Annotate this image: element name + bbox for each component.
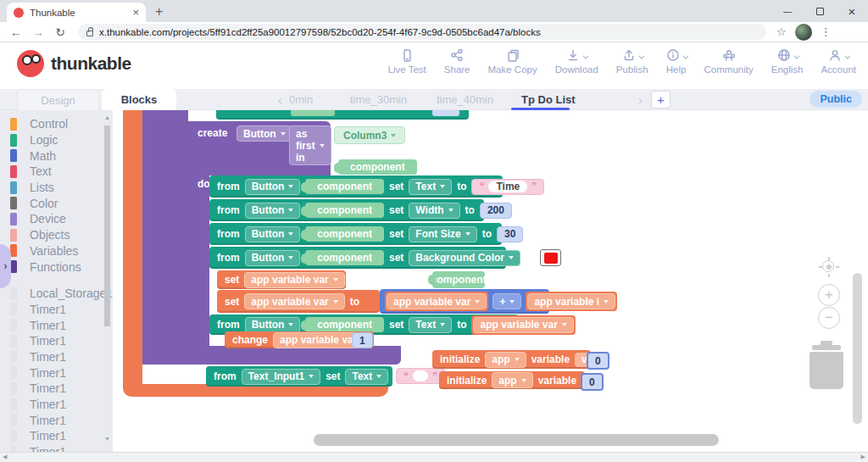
header-menu-item[interactable]: Help xyxy=(666,47,687,75)
component-dropdown[interactable]: Button xyxy=(245,203,301,219)
property-dropdown[interactable]: Width xyxy=(409,203,459,219)
reload-button[interactable]: ↻ xyxy=(49,25,71,39)
recenter-button[interactable] xyxy=(819,257,839,277)
block-loop-bottom[interactable] xyxy=(142,346,401,365)
sidebar-scrollbar[interactable]: ▲ ▼ xyxy=(103,110,112,452)
minimize-button[interactable]: — xyxy=(771,0,804,22)
sidebar-item[interactable]: Lists xyxy=(0,180,113,196)
screen-tab-time40[interactable]: time_40min xyxy=(437,89,493,110)
number-block[interactable]: 0 xyxy=(587,352,609,370)
block-create-do-edge[interactable] xyxy=(188,174,209,348)
block-init-var[interactable]: initialize app variable var to xyxy=(432,350,591,369)
sidebar-item[interactable]: Timer1 xyxy=(0,412,113,428)
property-dropdown[interactable]: Text xyxy=(345,369,388,385)
zoom-out-button[interactable]: − xyxy=(818,307,840,329)
scroll-up-icon[interactable]: ▲ xyxy=(103,114,112,120)
block-loop-left-edge[interactable] xyxy=(142,110,188,365)
screen-tab-0min[interactable]: 0min xyxy=(289,89,313,110)
block-set-variable-sum[interactable]: set app variable var to xyxy=(217,290,380,313)
component-socket-block[interactable]: component xyxy=(305,250,384,265)
sidebar-item[interactable]: Timer1 xyxy=(0,349,113,365)
block-set-variable[interactable]: set app variable var to xyxy=(217,270,346,289)
public-badge[interactable]: Public xyxy=(810,91,862,108)
new-tab-button[interactable]: + xyxy=(155,4,163,19)
variable-getter-block[interactable]: app variable i xyxy=(526,292,617,311)
component-socket-block[interactable]: component xyxy=(305,226,384,242)
create-mode-dropdown[interactable]: as first in xyxy=(289,125,331,165)
property-dropdown[interactable]: Font Size xyxy=(409,226,476,242)
property-dropdown[interactable]: Text xyxy=(409,179,452,195)
sidebar-item[interactable]: Logic xyxy=(0,132,113,148)
browser-menu-icon[interactable]: ⋮ xyxy=(821,25,832,38)
scroll-left-icon[interactable]: ◀ xyxy=(3,454,7,460)
add-screen-button[interactable]: + xyxy=(651,91,670,109)
screen-tab-time30[interactable]: time_30min xyxy=(350,89,407,110)
component-dropdown[interactable]: Text_Input1 xyxy=(242,369,320,385)
string-value[interactable] xyxy=(413,370,428,381)
create-type-dropdown[interactable]: Button xyxy=(236,125,292,142)
bookmark-star-icon[interactable]: ☆ xyxy=(776,25,787,38)
sidebar-item[interactable]: Timer1 xyxy=(0,397,113,413)
component-dropdown[interactable]: Button xyxy=(245,317,301,333)
header-menu-item[interactable]: Community xyxy=(704,47,754,75)
empty-string-block[interactable]: “” xyxy=(396,368,445,384)
canvas-horizontal-scrollbar[interactable] xyxy=(314,434,719,446)
sidebar-item[interactable]: Text xyxy=(0,164,113,180)
restore-button[interactable] xyxy=(804,0,836,22)
block-event-left-edge[interactable] xyxy=(123,110,142,386)
scroll-down-icon[interactable]: ▼ xyxy=(103,436,112,442)
block-partial-top[interactable] xyxy=(216,110,469,120)
number-block[interactable]: 1 xyxy=(352,332,373,348)
scroll-right-icon[interactable]: ▶ xyxy=(861,454,865,460)
avatar[interactable] xyxy=(795,24,812,41)
property-dropdown[interactable]: Text xyxy=(409,317,452,333)
header-menu-item[interactable]: Download xyxy=(555,47,598,75)
component-plug-block[interactable]: component xyxy=(432,271,485,288)
sidebar-item[interactable]: Timer1 xyxy=(0,428,113,444)
block-clear-input[interactable]: from Text_Input1 set Text to xyxy=(206,366,392,387)
component-socket-block[interactable]: component xyxy=(305,317,384,332)
sidebar-item[interactable]: Timer1 xyxy=(0,381,113,397)
component-plug-block[interactable]: component xyxy=(338,159,417,175)
component-socket-block[interactable]: component xyxy=(305,203,384,218)
sidebar-item[interactable]: Device xyxy=(0,211,113,227)
screens-chevron-right-icon[interactable]: › xyxy=(638,89,643,110)
sidebar-item[interactable]: Timer1 xyxy=(0,302,113,318)
string-value[interactable]: Time xyxy=(488,181,527,192)
header-menu-item[interactable]: Make Copy xyxy=(488,47,537,75)
scope-dropdown[interactable]: app xyxy=(485,352,526,368)
back-button[interactable]: ← xyxy=(5,25,27,39)
zoom-in-button[interactable]: + xyxy=(818,284,840,306)
header-menu-item[interactable]: English xyxy=(771,47,804,75)
variable-dropdown[interactable]: app variable var xyxy=(244,293,344,309)
forward-button[interactable]: → xyxy=(27,25,49,39)
trash-icon[interactable] xyxy=(810,341,843,389)
variable-dropdown[interactable]: app variable var xyxy=(387,293,487,309)
column3-block[interactable]: Column3 xyxy=(334,126,405,144)
browser-bottom-scrollbar[interactable]: ◀ ▶ xyxy=(0,452,868,462)
scope-dropdown[interactable]: app xyxy=(492,372,532,388)
sidebar-item[interactable]: Control xyxy=(0,116,113,132)
string-block[interactable]: “Time” xyxy=(471,179,544,195)
property-dropdown[interactable]: Background Color xyxy=(409,250,520,266)
block-set-fontsize[interactable]: from Button component set Font Size to 3… xyxy=(209,223,502,245)
operator-dropdown[interactable]: + xyxy=(492,293,521,309)
variable-getter-block[interactable]: app variable var xyxy=(471,315,575,335)
sidebar-scroll-thumb[interactable] xyxy=(104,125,110,326)
variable-dropdown[interactable]: app variable i xyxy=(527,293,615,309)
sidebar-item[interactable]: Functions xyxy=(0,259,113,275)
tab-design[interactable]: Design xyxy=(17,89,99,110)
browser-tab[interactable]: Thunkable × xyxy=(7,3,146,22)
block-create-body[interactable]: create Button as first in xyxy=(188,121,331,175)
header-menu-item[interactable]: Live Test xyxy=(388,47,426,75)
component-dropdown[interactable]: Button xyxy=(245,226,301,242)
sidebar-item[interactable]: Color xyxy=(0,195,113,211)
canvas-vertical-scrollbar[interactable] xyxy=(853,273,862,424)
sidebar-item[interactable]: Math xyxy=(0,148,113,164)
color-block[interactable] xyxy=(540,249,561,266)
blocks-canvas[interactable]: create Button as first in do Column3 com… xyxy=(113,110,868,452)
header-menu-item[interactable]: Share xyxy=(444,47,470,75)
number-block[interactable]: 200 xyxy=(480,203,512,219)
sidebar-item[interactable]: Local_Storage1 xyxy=(0,286,113,302)
component-dropdown[interactable]: Button xyxy=(245,179,301,195)
